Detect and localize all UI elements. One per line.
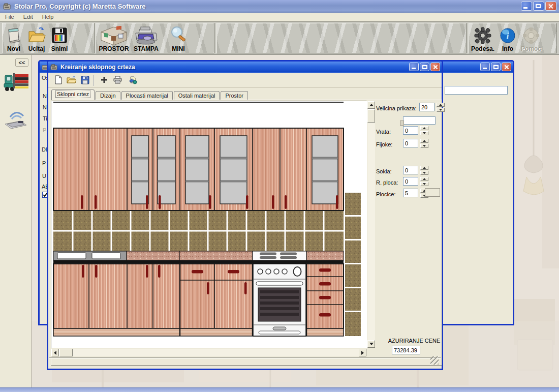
main-toolbar: Novi Ucitaj [0, 21, 559, 55]
sokla-spin-up[interactable] [420, 166, 428, 170]
svg-text:i: i [507, 31, 509, 41]
scroll-left-button[interactable] [51, 349, 59, 356]
bg-close-button[interactable] [502, 63, 511, 71]
hscroll-thumb[interactable] [59, 349, 73, 356]
prostor-button[interactable]: PROSTOR [96, 24, 132, 53]
dialog-titlebar: Kreiranje sklopnog crteza [48, 62, 442, 73]
tab-sklopni-crtez[interactable]: Sklopni crtez [51, 89, 95, 100]
fijoke-spin-up[interactable] [420, 139, 428, 143]
tab-dizajn[interactable]: Dizajn [96, 91, 120, 100]
drawing-canvas[interactable] [51, 101, 367, 348]
dialog-new-button[interactable] [52, 74, 65, 86]
bg-label-2: N [43, 104, 47, 110]
sokla-label: Sokla: [376, 168, 392, 174]
info-icon: i [499, 26, 517, 45]
scroll-down-button[interactable] [367, 340, 375, 348]
plus-icon [101, 76, 108, 83]
export-icon [128, 76, 137, 84]
plocice-input[interactable] [403, 189, 418, 197]
dialog-close-button[interactable] [430, 63, 440, 71]
dialog-maximize-button[interactable] [420, 63, 429, 71]
vscroll-thumb[interactable] [367, 109, 375, 123]
client-area: << [0, 55, 559, 387]
dialog-save-button[interactable] [79, 74, 91, 86]
bg-minimize-button[interactable] [480, 63, 490, 71]
save-floppy-icon [50, 26, 69, 45]
sokla-input[interactable] [403, 166, 418, 174]
tab-plocasti-materijal[interactable]: Plocasti materijal [121, 91, 173, 100]
dialog-print-button[interactable] [111, 74, 123, 86]
pomoc-button[interactable]: Pomoc [519, 24, 543, 53]
dialog-window: Kreiranje sklopnog crteza [47, 60, 443, 370]
vrata-input[interactable] [403, 126, 418, 135]
rploca-spin-down[interactable] [420, 182, 428, 186]
dialog-add-button[interactable] [98, 74, 110, 86]
menu-file[interactable]: File [5, 14, 14, 20]
sidebar-collapse-button[interactable]: << [15, 58, 28, 67]
minimize-button[interactable] [521, 2, 532, 11]
sokla-spin-down[interactable] [420, 171, 428, 175]
help-icon [521, 26, 541, 45]
fijoke-spinner [403, 139, 428, 148]
scroll-right-button[interactable] [359, 349, 366, 356]
vrata-spin-down[interactable] [420, 131, 428, 135]
velicina-spin-up[interactable] [437, 103, 445, 107]
vrata-label: Vrata: [376, 129, 391, 135]
plocice-label: Plocice: [376, 191, 396, 197]
bg-maximize-button[interactable] [491, 63, 501, 71]
tab-ostali-materijal[interactable]: Ostali materijal [174, 91, 220, 100]
bg-label-5: Dl [42, 146, 47, 153]
resize-grip[interactable] [430, 356, 439, 365]
fijoke-input[interactable] [403, 139, 418, 147]
countertop [53, 251, 344, 264]
stampa-button[interactable]: STAMPA [132, 24, 161, 53]
velicina-input[interactable] [419, 103, 434, 111]
price-field[interactable] [392, 346, 420, 354]
dialog-open-button[interactable] [66, 74, 78, 86]
toolbar-group-file: Novi Ucitaj [2, 23, 95, 53]
application-window: Stolar Pro, Copyright (c) Maretta Softwa… [0, 0, 559, 392]
print-icon [113, 76, 122, 84]
fijoke-spin-down[interactable] [420, 144, 428, 148]
vrata-spin-up[interactable] [420, 126, 428, 130]
right-tile-column [345, 193, 361, 336]
dialog-export-button[interactable] [127, 74, 139, 86]
novi-button[interactable]: Novi [3, 24, 25, 53]
toolbar-separator [93, 75, 94, 86]
scanner-icon [3, 107, 29, 133]
ucitaj-button[interactable]: Ucitaj [25, 24, 48, 53]
tab-prostor[interactable]: Prostor [221, 91, 247, 100]
main-window-bottom-border [0, 387, 559, 392]
window-title: Stolar Pro, Copyright (c) Maretta Softwa… [14, 3, 146, 10]
new-page-icon [54, 75, 63, 84]
bg-label-7: U [42, 173, 46, 179]
close-button[interactable] [545, 2, 556, 11]
main-titlebar: Stolar Pro, Copyright (c) Maretta Softwa… [0, 0, 559, 13]
plocice-extra-field[interactable] [425, 188, 440, 197]
open-folder-small-icon [67, 76, 77, 84]
upper-cabinets [53, 128, 344, 210]
maximize-button[interactable] [533, 2, 544, 11]
backsplash-tiles [53, 210, 344, 251]
bg-label-1: N [43, 93, 47, 99]
magnifier-icon [168, 26, 189, 45]
rploca-spin-up[interactable] [420, 177, 428, 181]
bg-window-text-field[interactable] [445, 86, 508, 95]
menu-edit[interactable]: Edit [23, 14, 33, 20]
toolbar-group-spacer [216, 23, 467, 53]
snimi-button[interactable]: Snimi [48, 24, 71, 53]
velicina-label: Velicina prikaza: [376, 105, 417, 111]
velicina-spin-down[interactable] [437, 108, 445, 112]
bg-label-4: P [43, 127, 46, 133]
mini-button[interactable]: MINI [166, 24, 191, 53]
rploca-input[interactable] [403, 177, 418, 186]
scale-field-nub [400, 120, 404, 126]
bg-label-6: P [42, 160, 46, 166]
sokla-spinner [403, 166, 428, 175]
info-button[interactable]: i Info [496, 24, 519, 53]
podesa-button[interactable]: Podesa. [469, 24, 496, 53]
scroll-up-button[interactable] [367, 101, 375, 109]
dialog-minimize-button[interactable] [409, 63, 419, 71]
menu-help[interactable]: Help [42, 14, 54, 20]
scale-field[interactable] [403, 116, 436, 125]
